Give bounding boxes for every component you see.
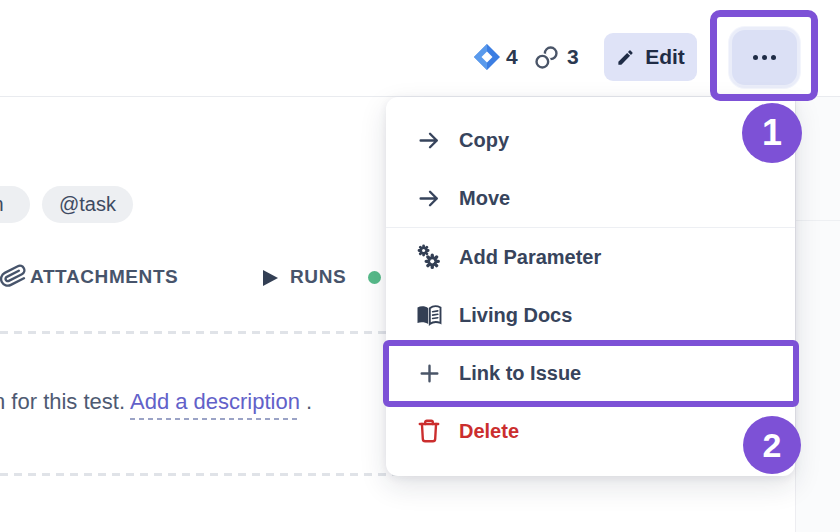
attachments-section-header[interactable]: ATTACHMENTS	[30, 266, 178, 288]
arrow-right-icon	[416, 127, 442, 153]
trash-icon	[416, 418, 442, 444]
menu-item-add-parameter[interactable]: Add Parameter	[386, 228, 795, 286]
menu-item-label: Copy	[459, 129, 509, 152]
links-count: 3	[567, 45, 579, 69]
pencil-icon	[616, 48, 635, 67]
right-panel	[795, 96, 840, 532]
plus-icon	[416, 360, 442, 386]
edit-button-label: Edit	[645, 45, 685, 69]
dashed-divider-bottom	[0, 473, 398, 476]
jira-issue-icon	[472, 42, 502, 72]
menu-item-label: Move	[459, 187, 510, 210]
menu-item-copy[interactable]: Copy	[386, 111, 795, 169]
more-actions-button[interactable]	[729, 27, 800, 88]
runs-status-dot	[368, 271, 381, 284]
book-icon	[416, 302, 442, 328]
link-icon	[533, 44, 560, 71]
menu-item-living-docs[interactable]: Living Docs	[386, 286, 795, 344]
runs-section-header[interactable]: RUNS	[290, 266, 346, 288]
page: 4 3 Edit n @task ATTACHMEN	[0, 0, 840, 532]
tag-pill[interactable]: n	[0, 186, 30, 223]
tag-label: @task	[59, 193, 116, 216]
header-bar: 4 3 Edit	[0, 0, 840, 97]
paperclip-icon	[0, 261, 27, 291]
description-before: n for this test.	[0, 389, 125, 414]
menu-item-delete[interactable]: Delete	[386, 402, 795, 460]
context-menu: Copy Move Add	[386, 97, 795, 476]
tag-pill-task[interactable]: @task	[42, 186, 133, 223]
play-icon	[263, 270, 278, 286]
ellipsis-icon	[753, 55, 758, 60]
menu-item-label: Living Docs	[459, 304, 572, 327]
dashed-divider-top	[0, 331, 386, 334]
add-description-link[interactable]: Add a description	[130, 389, 300, 420]
menu-item-label: Link to Issue	[459, 362, 581, 385]
menu-item-label: Delete	[459, 420, 519, 443]
menu-item-link-to-issue[interactable]: Link to Issue	[386, 344, 795, 402]
menu-item-label: Add Parameter	[459, 246, 601, 269]
description-after: .	[306, 389, 312, 414]
gears-icon	[416, 244, 442, 270]
tag-label: n	[0, 193, 4, 216]
arrow-right-icon	[416, 185, 442, 211]
description-text: n for this test. Add a description .	[0, 389, 312, 415]
menu-item-move[interactable]: Move	[386, 169, 795, 227]
linked-issues-count: 4	[506, 45, 518, 69]
right-panel-divider	[796, 220, 840, 221]
edit-button[interactable]: Edit	[604, 33, 697, 81]
